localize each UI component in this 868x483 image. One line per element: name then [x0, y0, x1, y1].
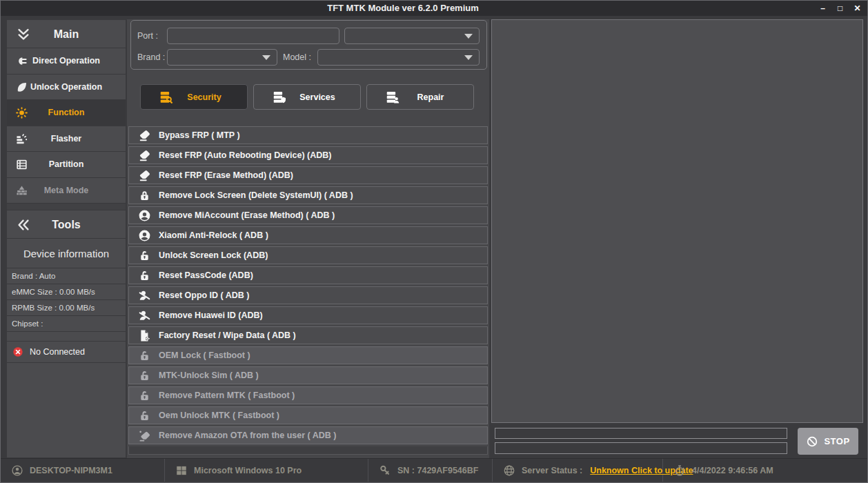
status-serial-number: SN : 7429AF9546BF: [368, 459, 493, 482]
app-window: TFT MTK Module ver 6.2.0 Premium – □ ✕ M…: [0, 0, 868, 483]
operation-label: Reset PassCode (ADB): [159, 270, 253, 280]
operation-row[interactable]: Remove Pattern MTK ( Fastboot ): [128, 386, 488, 404]
operation-row[interactable]: Reset PassCode (ADB): [128, 266, 488, 284]
window-title: TFT MTK Module ver 6.2.0 Premium: [1, 1, 805, 16]
tab[interactable]: Services: [253, 84, 361, 110]
port-input[interactable]: [167, 28, 339, 44]
maximize-button[interactable]: □: [836, 3, 845, 13]
lock-open-icon: [138, 409, 151, 422]
sidebar-items: Direct Operation Unlock Operation Functi…: [7, 48, 126, 204]
operation-row[interactable]: Remove Lock Screen (Delete SystemUI) ( A…: [128, 186, 488, 204]
model-dropdown[interactable]: [317, 49, 480, 66]
bricks-icon: [15, 184, 28, 197]
chevron-double-down-icon: [16, 27, 31, 42]
operation-label: Factory Reset / Wipe Data ( ADB ): [159, 331, 296, 340]
operation-list-empty-area: [128, 446, 488, 455]
operation-row[interactable]: Remove MiAccount (Erase Method) ( ADB ): [128, 206, 488, 224]
computer-name-text: DESKTOP-NIPM3M1: [30, 466, 112, 475]
operation-row[interactable]: Reset Oppo ID ( ADB ): [128, 286, 488, 304]
tab-bar: Security Services Repair: [140, 84, 474, 110]
operation-row[interactable]: Reset FRP (Erase Method) (ADB): [128, 166, 488, 184]
lock-open-icon: [138, 269, 151, 282]
sidebar-header-tools[interactable]: Tools: [7, 210, 126, 239]
tab[interactable]: Security: [140, 84, 248, 110]
port-label: Port :: [137, 28, 158, 44]
sidebar: Main Direct Operation Unlock Operation F…: [6, 19, 126, 458]
connection-status: No Connected: [7, 342, 126, 363]
operation-row[interactable]: MTK-Unlock Sim ( ADB ): [128, 366, 488, 384]
leaf-icon: [15, 81, 28, 94]
operation-label: Unlock Screen Lock (ADB): [159, 250, 268, 260]
port-dropdown[interactable]: [344, 28, 480, 44]
operation-row[interactable]: Xiaomi Anti-Relock ( ADB ): [128, 226, 488, 244]
close-button[interactable]: ✕: [853, 3, 862, 13]
operation-label: Reset Oppo ID ( ADB ): [159, 290, 249, 300]
operation-row[interactable]: OEM Lock ( Fastboot ): [128, 346, 488, 364]
operation-row[interactable]: Factory Reset / Wipe Data ( ADB ): [128, 326, 488, 344]
tab-label: Repair: [388, 85, 473, 110]
status-computer-name: DESKTOP-NIPM3M1: [1, 459, 165, 482]
sidebar-item[interactable]: Direct Operation: [7, 48, 126, 75]
operation-label: Xiaomi Anti-Relock ( ADB ): [159, 230, 268, 240]
tab-label: Security: [161, 85, 247, 110]
sidebar-item[interactable]: Meta Mode: [7, 178, 126, 204]
flasher-icon: [15, 132, 28, 146]
eraser-dot-icon: [138, 429, 151, 442]
user-circle-icon: [11, 464, 23, 477]
person-slash-icon: [138, 309, 151, 322]
stop-button[interactable]: STOP: [798, 428, 858, 455]
status-bar: DESKTOP-NIPM3M1 Microsoft Windows 10 Pro…: [1, 458, 868, 482]
lock-open-icon: [138, 249, 151, 262]
stop-button-label: STOP: [824, 436, 849, 446]
operation-label: OEM Lock ( Fastboot ): [159, 351, 250, 360]
function-burst-icon: [15, 106, 28, 119]
sidebar-header-main[interactable]: Main: [7, 20, 126, 48]
device-info-row: eMMC Size : 0.00 MB/s: [7, 284, 126, 300]
lock-open-icon: [138, 369, 151, 382]
tab-label: Services: [275, 85, 360, 110]
person-slash-icon: [138, 289, 151, 302]
operation-label: Remove MiAccount (Erase Method) ( ADB ): [159, 210, 335, 220]
serial-number-text: SN : 7429AF9546BF: [397, 466, 478, 475]
brand-label: Brand :: [137, 49, 165, 66]
right-panel: STOP: [489, 19, 865, 458]
operation-row[interactable]: Bypass FRP ( MTP ): [128, 126, 488, 144]
tab[interactable]: Repair: [366, 84, 474, 110]
chevron-down-icon: [262, 55, 270, 60]
key-icon: [379, 464, 391, 477]
operation-label: Bypass FRP ( MTP ): [159, 130, 240, 140]
device-info-row: RPMB Size : 0.00 MB/s: [7, 300, 126, 316]
operation-row[interactable]: Unlock Screen Lock (ADB): [128, 246, 488, 264]
operation-row[interactable]: Reset FRP (Auto Rebooting Device) (ADB): [128, 146, 488, 164]
operation-row[interactable]: Remove Amazon OTA from the user ( ADB ): [128, 426, 488, 444]
progress-bar-primary: [495, 428, 787, 439]
operation-row[interactable]: Oem Unlock MTK ( Fastboot ): [128, 406, 488, 424]
chevron-down-icon: [464, 34, 473, 39]
device-info-row: Brand : Auto: [7, 268, 126, 284]
device-info-row: Chipset :: [7, 316, 126, 332]
eraser-icon: [138, 129, 151, 142]
operation-row[interactable]: Remove Huawei ID (ADB): [128, 306, 488, 324]
sidebar-item[interactable]: Flasher: [7, 126, 126, 152]
globe-icon: [503, 464, 515, 477]
lock-closed-icon: [138, 189, 151, 202]
eraser-icon: [138, 149, 151, 162]
device-info-spacer: [7, 332, 126, 342]
sidebar-item[interactable]: Unlock Operation: [7, 75, 126, 101]
person-circle-icon: [138, 209, 151, 222]
lock-open-icon: [138, 389, 151, 402]
operation-label: MTK-Unlock Sim ( ADB ): [159, 371, 259, 380]
sidebar-item[interactable]: Partition: [7, 152, 126, 178]
brand-dropdown[interactable]: [167, 49, 277, 66]
datetime-text: 4/4/2022 9:46:56 AM: [692, 466, 773, 475]
no-entry-icon: [806, 435, 818, 448]
window-controls: – □ ✕: [818, 1, 862, 16]
minimize-button[interactable]: –: [818, 3, 827, 13]
stopwatch-icon: [673, 464, 686, 477]
title-bar: TFT MTK Module ver 6.2.0 Premium – □ ✕: [1, 1, 867, 16]
error-circle-icon: [12, 346, 23, 357]
file-gear-icon: [138, 329, 151, 342]
sidebar-item[interactable]: Function: [7, 100, 126, 126]
operation-label: Remove Amazon OTA from the user ( ADB ): [159, 431, 336, 440]
person-circle-icon: [138, 229, 151, 242]
